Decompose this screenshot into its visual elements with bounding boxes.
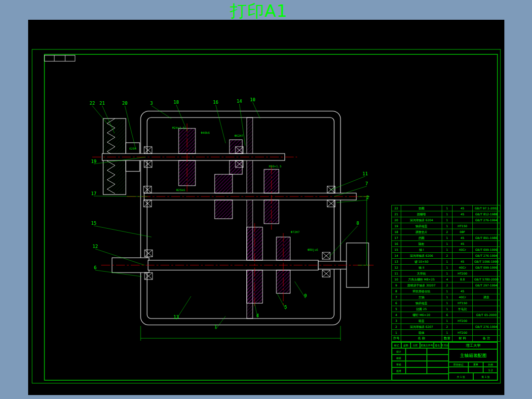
bom-cell: 1 bbox=[442, 265, 453, 271]
bom-cell: 挡圈 bbox=[401, 235, 442, 241]
bom-row: 13键 10×50145GB/T 1096-1990 bbox=[392, 259, 500, 265]
bom-cell: 1 bbox=[442, 217, 453, 223]
bom-cell: GB/T 276-1994 bbox=[473, 253, 500, 259]
bom-cell: 调整垫片 bbox=[401, 229, 442, 235]
drawing-annotation: M24×1.5 bbox=[172, 126, 185, 129]
bom-cell: 45 bbox=[453, 241, 473, 247]
bom-cell: 13 bbox=[392, 259, 401, 265]
school-name: 理工大学 bbox=[449, 342, 498, 349]
bom-row: 16隔套145 bbox=[392, 241, 500, 247]
bom-cell: 隔套 bbox=[401, 241, 442, 247]
bom-header-cell: 序号 bbox=[392, 336, 401, 342]
bom-cell: 1 bbox=[442, 288, 453, 294]
bom-body: 22垫圈145GB/T 97.1-200221圆螺母145GB/T 812-19… bbox=[392, 205, 500, 342]
bom-row: 4螺钉 M6×206GB/T 65-2000 bbox=[392, 312, 500, 318]
leader-line bbox=[253, 102, 260, 119]
bom-cell: 8 bbox=[392, 288, 401, 294]
drawing-annotation: Φ25k6 bbox=[176, 188, 185, 192]
sheet-number: 第 1 张 bbox=[473, 373, 498, 381]
bom-cell: 40Cr bbox=[453, 265, 473, 271]
bom-cell: 4 bbox=[442, 277, 453, 282]
bom-cell: 40Cr bbox=[453, 247, 473, 253]
tb-label-docno: 更改文件号 bbox=[420, 342, 434, 348]
drawing-annotation: Φ40k6 bbox=[201, 131, 210, 134]
bom-cell: 08F bbox=[453, 229, 473, 235]
bom-cell: GB/T 297-1994 bbox=[473, 282, 500, 288]
bom-row: 9圆锥滚子轴承 302072GB/T 297-1994 bbox=[392, 282, 500, 288]
bom-row: 21圆螺母145GB/T 812-1988 bbox=[392, 211, 500, 217]
stage-value bbox=[449, 367, 468, 373]
bom-cell: GB/T 1096-1990 bbox=[473, 259, 500, 265]
bom-cell: 45 bbox=[453, 205, 473, 211]
bom-cell: 1 bbox=[442, 294, 453, 300]
page-title: 打印A1 bbox=[230, 1, 288, 21]
balloon-21: 21 bbox=[100, 101, 105, 106]
bom-row: 10六角头螺栓 M8×2548.8GB/T 5780-2000 bbox=[392, 277, 500, 282]
bom-cell bbox=[453, 312, 473, 318]
bom-row: 17挡圈145GB/T 891-1986 bbox=[392, 235, 500, 241]
bom-cell: 1 bbox=[442, 259, 453, 265]
bom-cell: 16 bbox=[392, 241, 401, 247]
cad-preview-background: 打印A1 bbox=[0, 0, 532, 399]
bom-cell: 45 bbox=[453, 211, 473, 217]
bom-row: 3箱盖1HT200 bbox=[392, 318, 500, 324]
bom-cell: GB/T 812-1988 bbox=[473, 211, 500, 217]
drawing-annotation: Φ72H7 bbox=[291, 230, 300, 234]
balloon-13: 13 bbox=[174, 315, 179, 319]
bom-cell: 7 bbox=[392, 294, 401, 300]
balloon-11: 11 bbox=[363, 171, 368, 176]
bom-row: 5毡圈 251羊毛毡 bbox=[392, 306, 500, 312]
drawing-annotation: M30×1.5 bbox=[269, 164, 282, 168]
bom-header-cell: 材 料 bbox=[453, 336, 473, 342]
drawing-annotation: Φ80js6 bbox=[307, 248, 318, 252]
balloon-10: 10 bbox=[250, 97, 256, 102]
balloon-22: 22 bbox=[90, 101, 95, 106]
scale-label: 比例 bbox=[483, 362, 498, 367]
tb-role-approve-sign bbox=[406, 367, 427, 374]
bom-cell bbox=[453, 282, 473, 288]
bom-cell: 轴 II bbox=[401, 265, 442, 271]
bom-cell: 11 bbox=[392, 271, 401, 277]
tb-role-audit: 审核 bbox=[392, 361, 406, 367]
bom-table: 22垫圈145GB/T 97.1-200221圆螺母145GB/T 812-19… bbox=[391, 205, 500, 342]
bom-cell: 4 bbox=[392, 312, 401, 318]
leader-line bbox=[92, 106, 107, 123]
bom-cell bbox=[473, 223, 500, 229]
bom-row: 6轴承端盖1HT150 bbox=[392, 300, 500, 306]
bom-cell: 14 bbox=[392, 253, 401, 259]
bom-row: 8双联滑移齿轮145 bbox=[392, 288, 500, 294]
bom-cell: 六角头螺栓 M8×25 bbox=[401, 277, 442, 282]
tb-role-audit-date bbox=[427, 361, 449, 367]
balloon-3: 3 bbox=[150, 101, 152, 106]
leader-line bbox=[337, 200, 368, 202]
bom-cell: 2 bbox=[442, 229, 453, 235]
bom-cell: 21 bbox=[392, 211, 401, 217]
leader-line bbox=[94, 226, 152, 237]
bom-cell: 10 bbox=[392, 277, 401, 282]
bom-cell: 6 bbox=[392, 300, 401, 306]
bom-cell bbox=[473, 271, 500, 277]
bom-row: 2深沟球轴承 62072GB/T 276-1994 bbox=[392, 324, 500, 330]
bom-cell: HT150 bbox=[453, 300, 473, 306]
bom-cell: 2 bbox=[442, 324, 453, 330]
bom-cell: 1 bbox=[442, 271, 453, 277]
bom-cell: 45 bbox=[453, 288, 473, 294]
balloon-20: 20 bbox=[122, 101, 128, 106]
tb-role-design: 设计 bbox=[392, 348, 406, 355]
drawing-annotation: Φ62H7 bbox=[234, 134, 243, 137]
cad-sheet: 19171512622212031816141011728131459M24×1… bbox=[28, 20, 504, 395]
bom-cell: 15 bbox=[392, 247, 401, 253]
bom-row: 19轴承端盖1HT150 bbox=[392, 223, 500, 229]
bom-cell bbox=[473, 241, 500, 247]
bom-cell: 2 bbox=[442, 253, 453, 259]
tb-role-audit-sign bbox=[406, 361, 427, 367]
weight-value bbox=[468, 367, 483, 373]
bom-cell: GB/T 276-1994 bbox=[473, 324, 500, 330]
bom-cell: HT200 bbox=[453, 318, 473, 324]
tb-label-zone: 分区 bbox=[411, 342, 420, 348]
bom-cell: 19 bbox=[392, 223, 401, 229]
bom-cell: 12 bbox=[392, 265, 401, 271]
tb-left-filler bbox=[392, 374, 449, 381]
bom-cell: 箱体 bbox=[401, 330, 442, 336]
tb-label-mark: 标记 bbox=[392, 342, 401, 348]
